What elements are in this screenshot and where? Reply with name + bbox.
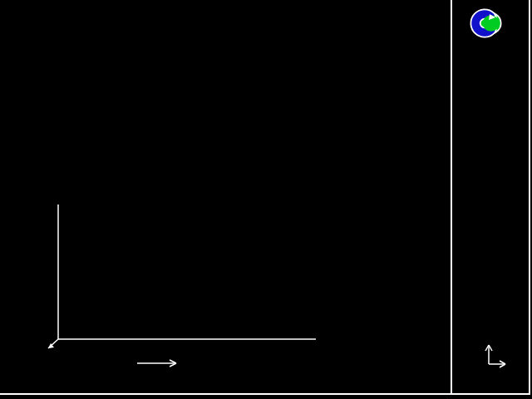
window-bottom-border — [0, 393, 530, 395]
reference-vector-arrow-icon — [133, 357, 183, 370]
photon-logo-icon — [467, 5, 509, 43]
plot-origin-axes — [33, 198, 332, 364]
window-right-border — [529, 0, 530, 394]
photon-window — [0, 0, 532, 399]
legend-color-bar — [456, 98, 467, 308]
xy-axis-indicator — [478, 324, 528, 374]
panel-divider — [451, 0, 452, 394]
